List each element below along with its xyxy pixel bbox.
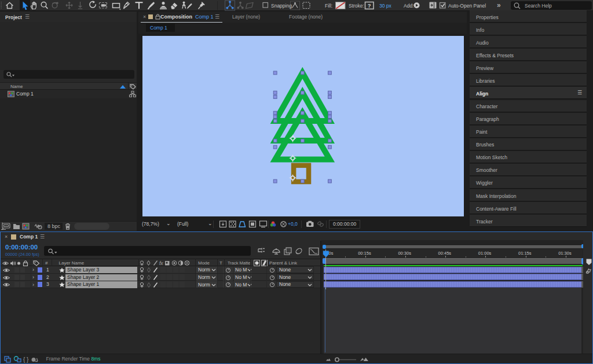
svg-text:?: ? — [368, 2, 371, 9]
svg-text:fx: fx — [159, 260, 163, 266]
svg-text:{ }: { } — [23, 356, 29, 363]
svg-text:8 bpc: 8 bpc — [47, 223, 61, 229]
